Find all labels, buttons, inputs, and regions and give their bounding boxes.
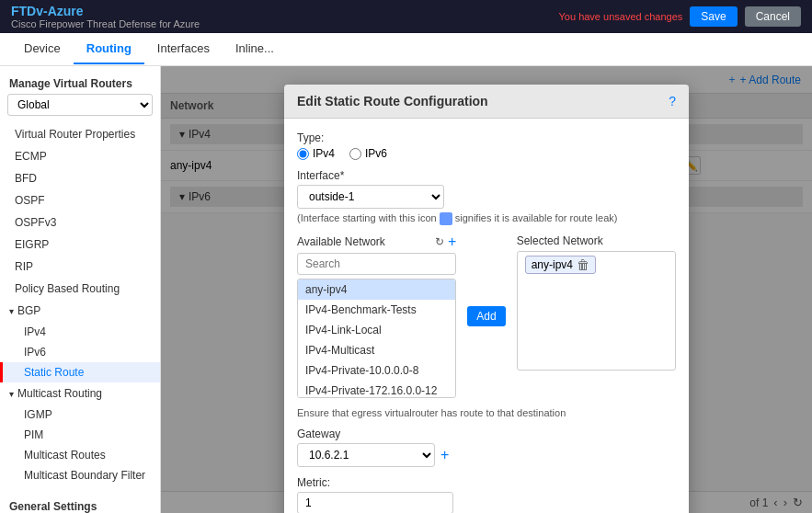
- multicast-caret-icon: ▾: [9, 389, 14, 399]
- sidebar-child-ipv4[interactable]: IPv4: [0, 322, 160, 342]
- modal-body: Type: IPv4 IPv6: [284, 119, 689, 513]
- sidebar-child-multicast-routes[interactable]: Multicast Routes: [0, 445, 160, 465]
- sidebar-group-multicast[interactable]: ▾ Multicast Routing: [0, 382, 160, 405]
- interface-row: Interface* outside-1 (Interface starting…: [297, 169, 676, 225]
- sidebar-item-virtual-router-properties[interactable]: Virtual Router Properties: [0, 123, 160, 145]
- ipv4-radio-option[interactable]: IPv4: [297, 147, 335, 160]
- network-item-private-10[interactable]: IPv4-Private-10.0.0.0-8: [298, 360, 455, 381]
- selected-network-header: Selected Network: [517, 234, 676, 247]
- add-network-button[interactable]: +: [448, 234, 456, 249]
- add-button-area: Add: [467, 234, 505, 398]
- network-item-multicast[interactable]: IPv4-Multicast: [298, 340, 455, 360]
- app-title: FTDv-Azure: [11, 4, 200, 18]
- type-radio-group: IPv4 IPv6: [297, 147, 676, 160]
- modal-title: Edit Static Route Configuration: [297, 94, 488, 108]
- sidebar-item-ospfv3[interactable]: OSPFv3: [0, 211, 160, 234]
- tab-routing[interactable]: Routing: [74, 34, 144, 64]
- gateway-select[interactable]: 10.6.2.1: [297, 443, 435, 467]
- ipv6-radio[interactable]: [349, 148, 361, 160]
- add-to-selected-button[interactable]: Add: [467, 306, 505, 326]
- gateway-row: Gateway 10.6.2.1 +: [297, 428, 676, 467]
- sidebar-item-ospf[interactable]: OSPF: [0, 189, 160, 211]
- type-label: Type:: [297, 131, 676, 144]
- sidebar-child-ipv6[interactable]: IPv6: [0, 342, 160, 362]
- network-item-private-172[interactable]: IPv4-Private-172.16.0.0-12: [298, 381, 455, 398]
- network-search-input[interactable]: [297, 253, 456, 275]
- ipv4-radio-label: IPv4: [313, 147, 335, 160]
- gateway-label: Gateway: [297, 428, 676, 440]
- modal-overlay: Edit Static Route Configuration ? Type: …: [161, 66, 812, 513]
- sidebar-item-rip[interactable]: RIP: [0, 256, 160, 278]
- sidebar-item-ecmp[interactable]: ECMP: [0, 145, 160, 167]
- nav-tabs: Device Routing Interfaces Inline...: [0, 33, 812, 66]
- unsaved-changes-msg: You have unsaved changes: [559, 11, 683, 22]
- modal-header: Edit Static Route Configuration ?: [284, 85, 689, 119]
- topbar-actions: You have unsaved changes Save Cancel: [559, 6, 801, 27]
- available-network-panel: Available Network ↻ + any-ipv4 IPv4-Benc…: [297, 234, 456, 398]
- interface-label: Interface*: [297, 169, 676, 182]
- selected-tag-label: any-ipv4: [532, 258, 573, 271]
- tab-interfaces[interactable]: Interfaces: [144, 34, 223, 64]
- edit-static-route-modal: Edit Static Route Configuration ? Type: …: [284, 85, 689, 513]
- topbar: FTDv-Azure Cisco Firepower Threat Defens…: [0, 0, 812, 33]
- bgp-label: BGP: [17, 304, 40, 317]
- refresh-networks-button[interactable]: ↻: [435, 234, 444, 249]
- selected-tag-any-ipv4: any-ipv4 🗑: [525, 256, 596, 274]
- sidebar-child-igmp[interactable]: IGMP: [0, 405, 160, 425]
- available-network-title: Available Network: [297, 235, 385, 248]
- app-subtitle: Cisco Firepower Threat Defense for Azure: [11, 18, 200, 29]
- sidebar-item-bfd[interactable]: BFD: [0, 167, 160, 189]
- metric-label: Metric:: [297, 476, 676, 489]
- app-branding: FTDv-Azure Cisco Firepower Threat Defens…: [11, 4, 200, 29]
- network-item-benchmark[interactable]: IPv4-Benchmark-Tests: [298, 300, 455, 320]
- network-section: Available Network ↻ + any-ipv4 IPv4-Benc…: [297, 234, 676, 398]
- cancel-top-button[interactable]: Cancel: [745, 6, 801, 27]
- selected-network-box: any-ipv4 🗑: [517, 251, 676, 370]
- sidebar-section-title: Manage Virtual Routers: [0, 72, 160, 94]
- available-network-actions: ↻ +: [435, 234, 456, 249]
- sidebar-item-eigrp[interactable]: EIGRP: [0, 234, 160, 256]
- metric-input[interactable]: [297, 492, 453, 513]
- help-icon[interactable]: ?: [669, 94, 676, 108]
- ipv6-radio-option[interactable]: IPv6: [349, 147, 387, 160]
- metric-row: Metric: (1 - 254): [297, 476, 676, 513]
- virtual-router-dropdown[interactable]: Global: [7, 94, 153, 116]
- tab-inline[interactable]: Inline...: [223, 34, 287, 64]
- network-list: any-ipv4 IPv4-Benchmark-Tests IPv4-Link-…: [297, 279, 456, 398]
- general-settings-title: General Settings: [0, 495, 160, 513]
- ipv4-radio[interactable]: [297, 148, 309, 160]
- sidebar: Manage Virtual Routers Global Virtual Ro…: [0, 66, 161, 513]
- add-gateway-button[interactable]: +: [440, 447, 449, 463]
- network-item-link-local[interactable]: IPv4-Link-Local: [298, 320, 455, 340]
- available-network-header: Available Network ↻ +: [297, 234, 456, 249]
- remove-tag-button[interactable]: 🗑: [577, 258, 589, 271]
- gateway-controls: 10.6.2.1 +: [297, 443, 676, 467]
- sidebar-child-multicast-boundary-filter[interactable]: Multicast Boundary Filter: [0, 465, 160, 485]
- sidebar-child-pim[interactable]: PIM: [0, 425, 160, 445]
- route-leak-icon: [440, 212, 452, 225]
- bgp-caret-icon: ▾: [9, 306, 14, 316]
- sidebar-group-bgp[interactable]: ▾ BGP: [0, 300, 160, 322]
- content-area: ＋ + Add Route Network Metric Tracked ▾: [161, 66, 812, 513]
- type-row: Type: IPv4 IPv6: [297, 131, 676, 160]
- tab-device[interactable]: Device: [11, 34, 74, 64]
- selected-network-title: Selected Network: [517, 234, 603, 247]
- interface-note: (Interface starting with this icon signi…: [297, 212, 676, 225]
- multicast-label: Multicast Routing: [17, 387, 102, 400]
- sidebar-item-policy-based-routing[interactable]: Policy Based Routing: [0, 278, 160, 300]
- interface-select[interactable]: outside-1: [297, 185, 444, 209]
- selected-network-panel: Selected Network any-ipv4 🗑: [517, 234, 676, 398]
- ensure-note: Ensure that egress virtualrouter has rou…: [297, 407, 676, 418]
- network-item-any-ipv4[interactable]: any-ipv4: [298, 279, 455, 300]
- sidebar-child-static-route[interactable]: Static Route: [0, 362, 160, 382]
- save-button[interactable]: Save: [690, 6, 737, 27]
- main-layout: Manage Virtual Routers Global Virtual Ro…: [0, 66, 812, 513]
- ipv6-radio-label: IPv6: [365, 147, 387, 160]
